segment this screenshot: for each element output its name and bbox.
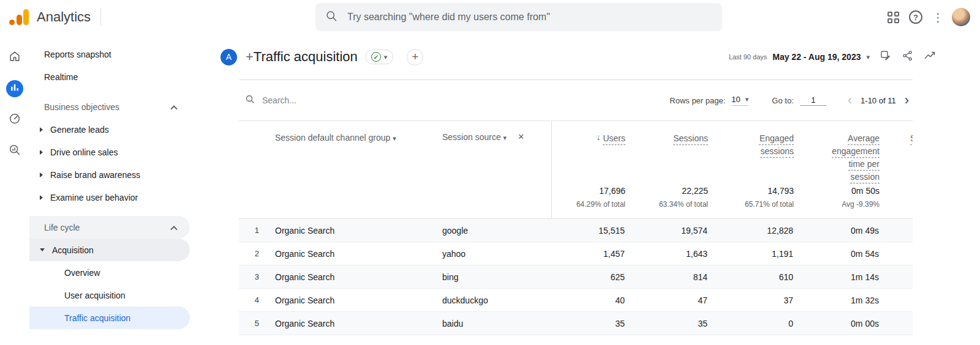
collapse-chevron-icon <box>170 226 177 232</box>
collapse-chevron-icon <box>170 105 177 112</box>
saved-check-icon: ✓ <box>371 52 381 62</box>
report-saved-status[interactable]: ✓ ▾ <box>365 50 394 64</box>
rows-per-page-select[interactable]: 10 ▾ <box>731 95 748 106</box>
add-comparison-button[interactable]: + <box>246 50 254 64</box>
nav-raise-brand-awareness[interactable]: Raise brand awareness <box>29 163 190 186</box>
nav-realtime[interactable]: Realtime <box>29 65 190 88</box>
cell-sessions: 814 <box>625 272 707 282</box>
cell-users: 625 <box>551 272 625 282</box>
table-toolbar: Rows per page: 10 ▾ Go to: ‹ 1-10 of 11 … <box>239 80 913 121</box>
cell-users: 15,515 <box>551 226 625 236</box>
total-subtext: Avg -9.39% <box>842 200 880 209</box>
table-search-input[interactable] <box>261 95 383 106</box>
cell-session-source: bing <box>441 272 551 282</box>
global-search-bar[interactable] <box>315 3 722 31</box>
cell-avg-engagement-time: 0m 49s <box>793 226 879 236</box>
explore-icon <box>8 112 21 128</box>
nav-examine-user-behavior[interactable]: Examine user behavior <box>29 186 190 209</box>
nav-label: Traffic acquisition <box>64 313 130 323</box>
cell-channel-group: Organic Search <box>266 295 441 305</box>
clipped-column-header[interactable]: S <box>910 132 913 145</box>
advertising-icon <box>8 143 21 159</box>
reports-nav-panel: Reports snapshot Realtime Business objec… <box>29 34 190 345</box>
table-row: 3 Organic Search bing 625 814 610 1m 14s <box>239 265 913 289</box>
table-row: 5 Organic Search baidu 35 35 0 0m 00s <box>239 312 913 335</box>
chevron-down-icon: ▾ <box>866 54 870 61</box>
table-row: 4 Organic Search duckduckgo 40 47 37 1m … <box>239 289 913 312</box>
remove-dimension-button[interactable]: ✕ <box>518 132 524 141</box>
users-column-header[interactable]: Users <box>603 132 625 145</box>
share-icon <box>902 50 914 64</box>
apps-grid-icon[interactable] <box>888 12 899 23</box>
share-button[interactable] <box>902 50 914 64</box>
clipped-next-column: S <box>880 121 913 218</box>
date-range-selector[interactable]: Last 90 days May 22 - Aug 19, 2023 ▾ <box>729 52 870 62</box>
chevron-down-icon: ▾ <box>503 134 507 141</box>
next-page-button[interactable]: › <box>901 94 913 107</box>
global-search-input[interactable] <box>346 11 712 23</box>
cell-engaged-sessions: 610 <box>707 272 793 282</box>
row-number: 2 <box>239 249 266 258</box>
channel-group-dropdown[interactable]: Session default channel group ▾ <box>275 133 396 143</box>
workspace-avatar[interactable]: A <box>221 49 237 65</box>
total-subtext: 65.71% of total <box>745 200 794 209</box>
cell-channel-group: Organic Search <box>266 319 441 328</box>
session-source-column-header: Session source ▾ ✕ <box>441 121 551 218</box>
collapse-triangle-icon <box>40 248 45 251</box>
user-avatar[interactable] <box>952 8 970 26</box>
nav-generate-leads[interactable]: Generate leads <box>29 118 190 141</box>
nav-label: Realtime <box>44 72 78 82</box>
nav-acquisition-overview[interactable]: Overview <box>29 261 190 284</box>
engaged-sessions-column-header[interactable]: Engaged sessions <box>739 132 794 158</box>
main-content: A + Traffic acquisition ✓ ▾ + Last 90 da… <box>190 34 980 345</box>
brand-name: Analytics <box>37 9 91 25</box>
nav-label: User acquisition <box>64 291 126 300</box>
nav-reports-snapshot[interactable]: Reports snapshot <box>29 43 190 65</box>
session-source-dropdown[interactable]: Session source ▾ <box>442 132 507 142</box>
reports-button[interactable] <box>6 80 23 97</box>
kebab-menu-icon[interactable]: ⋮ <box>932 10 942 24</box>
avg-engagement-time-column-header[interactable]: Average engagement time per session <box>821 132 880 184</box>
explore-button[interactable] <box>6 111 23 128</box>
pagination-range: 1-10 of 11 <box>861 96 896 105</box>
cell-channel-group: Organic Search <box>266 226 441 236</box>
go-to-label: Go to: <box>772 96 793 105</box>
nav-user-acquisition[interactable]: User acquisition <box>29 284 190 306</box>
nav-drive-online-sales[interactable]: Drive online sales <box>29 141 190 163</box>
analytics-home-link[interactable]: Analytics <box>9 9 91 25</box>
total-value: 14,793 <box>745 186 794 196</box>
previous-page-button[interactable]: ‹ <box>844 94 856 107</box>
nav-rail <box>0 34 29 345</box>
advertising-button[interactable] <box>6 143 23 160</box>
cell-session-source: duckduckgo <box>441 295 551 305</box>
go-to-page-input[interactable] <box>800 95 827 106</box>
section-business-objectives[interactable]: Business objectives <box>29 95 190 118</box>
customize-report-button[interactable] <box>880 50 892 64</box>
total-value: 0m 50s <box>842 186 880 196</box>
nav-label: Examine user behavior <box>50 193 138 202</box>
home-button[interactable] <box>6 49 23 66</box>
reports-icon <box>10 83 20 95</box>
row-number: 5 <box>239 319 266 328</box>
total-subtext: 64.29% of total <box>576 200 625 209</box>
cell-engaged-sessions: 0 <box>707 319 793 328</box>
rows-per-page-label: Rows per page: <box>669 96 725 105</box>
insights-button[interactable] <box>924 50 936 64</box>
search-icon <box>325 10 337 24</box>
insights-icon <box>924 50 936 64</box>
sessions-column: Sessions 22,225 63.34% of total <box>625 121 708 218</box>
chevron-down-icon: ▾ <box>745 96 749 103</box>
sessions-column-header[interactable]: Sessions <box>673 132 708 145</box>
section-life-cycle[interactable]: Life cycle <box>29 216 190 239</box>
cell-sessions: 19,574 <box>625 226 707 236</box>
help-icon[interactable]: ? <box>909 10 922 24</box>
nav-traffic-acquisition[interactable]: Traffic acquisition <box>29 306 190 329</box>
index-column-header <box>239 121 266 218</box>
report-header: A + Traffic acquisition ✓ ▾ + Last 90 da… <box>190 34 980 80</box>
table-search-icon <box>245 94 255 106</box>
section-label: Life cycle <box>44 223 80 232</box>
home-icon <box>8 50 21 65</box>
nav-acquisition[interactable]: Acquisition <box>29 239 190 261</box>
add-report-button[interactable]: + <box>407 49 423 65</box>
topbar-actions: ? ⋮ <box>888 0 970 34</box>
